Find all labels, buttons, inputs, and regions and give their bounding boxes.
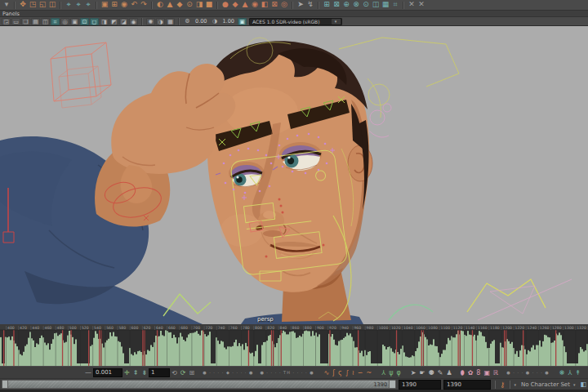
resolution-gate-icon[interactable]: ⊡ <box>80 18 89 25</box>
gate-mask-icon[interactable]: ◻ <box>90 18 99 25</box>
tangent-flat-icon[interactable]: ∫ <box>345 368 349 378</box>
safe-action-icon[interactable]: ◩ <box>109 18 118 25</box>
tangent-clamped-icon[interactable]: ʃ <box>332 368 335 378</box>
select-component-icon[interactable]: ◱ <box>38 0 47 9</box>
playback-end-field[interactable] <box>399 380 441 390</box>
live-surface-icon[interactable]: ⊙ <box>361 0 371 9</box>
make-live-icon[interactable]: ◫ <box>371 0 381 9</box>
range-slider[interactable]: 1390 <box>2 380 396 389</box>
loop-toggle-icon[interactable]: ⟲ <box>172 368 177 378</box>
cluster-icon[interactable]: ◧ <box>260 0 270 9</box>
lattice-icon[interactable]: ⊠ <box>270 0 279 9</box>
close-b-icon[interactable]: ✕ <box>416 0 426 9</box>
tangent-plateau-icon[interactable]: ∽ <box>358 368 363 378</box>
raise-tool-icon[interactable]: ↟ <box>575 368 581 378</box>
range-slider-handle[interactable] <box>389 381 395 388</box>
exposure-value[interactable]: 0.00 <box>195 18 207 24</box>
snap-point-icon[interactable]: ⌖ <box>83 0 93 9</box>
save-scene-icon[interactable]: ◉ <box>119 0 129 9</box>
grid-snap-icon[interactable]: ⊞ <box>189 368 195 378</box>
slider-b-slider[interactable]: ● · · · ● · · · ● <box>506 370 549 375</box>
two-d-pan-zoom-icon[interactable]: ⌗ <box>51 18 60 25</box>
trail-tool-icon[interactable]: ψ <box>389 368 393 378</box>
paint-effects-icon[interactable]: ⊙ <box>185 0 194 9</box>
key-up-icon[interactable]: ⇞ <box>133 368 139 378</box>
ipr-render-icon[interactable]: ▲ <box>165 0 175 9</box>
rigid-body-icon[interactable]: ◆ <box>230 0 240 9</box>
walk-tool-icon[interactable]: ♟ <box>446 368 452 378</box>
anim-end-field[interactable] <box>443 380 491 390</box>
play-tool-icon[interactable]: ➤ <box>296 0 305 9</box>
render-settings-icon[interactable]: ◆ <box>175 0 185 9</box>
key-down-icon[interactable]: ⇟ <box>141 368 147 378</box>
lighting-icon[interactable]: ✺ <box>146 18 155 25</box>
color-management-icon[interactable]: ▣ <box>238 18 247 25</box>
sculpt-icon[interactable]: ◎ <box>279 0 289 9</box>
hash-snap-icon[interactable]: ⌗ <box>390 0 400 9</box>
hypershade-icon[interactable]: ■ <box>204 0 214 9</box>
snap-grid-icon[interactable]: ⌖ <box>64 0 74 9</box>
point-snap-icon[interactable]: ⊕ <box>341 0 351 9</box>
rig-tool-icon[interactable]: ⅄ <box>568 368 572 378</box>
oversampling-icon[interactable]: ◎ <box>60 18 69 25</box>
gamma-value[interactable]: 1.00 <box>222 18 234 24</box>
figure8-tool-icon[interactable]: 8 <box>476 368 480 378</box>
shadows-icon[interactable]: ◑ <box>156 18 165 25</box>
lock-camera-icon[interactable]: ▭ <box>11 18 20 25</box>
auto-keyframe-icon[interactable]: ◧ <box>580 381 586 388</box>
exposure-icon[interactable]: ⚙ <box>183 18 192 25</box>
film-gate-icon[interactable]: ▣ <box>70 18 79 25</box>
tangent-step-icon[interactable]: ≀ <box>352 368 354 378</box>
measure-tool-icon[interactable]: ↯ <box>305 0 315 9</box>
grid-display-icon[interactable]: ⊞ <box>322 0 332 9</box>
construction-history-icon[interactable]: ● <box>220 0 230 9</box>
screen-space-ao-icon[interactable]: ▦ <box>166 18 175 25</box>
character-key-icon[interactable]: ⚷ <box>500 380 506 390</box>
curve-snap-icon[interactable]: ⊠ <box>332 0 341 9</box>
isolate-select-icon[interactable]: ◉ <box>129 18 138 25</box>
r-tool-icon[interactable]: ℝ <box>493 368 498 378</box>
tangent-linear-icon[interactable]: ς <box>338 368 342 378</box>
spray-tool-icon[interactable]: ✎ <box>438 368 443 378</box>
camera-attributes-icon[interactable]: ❏ <box>21 18 30 25</box>
gamma-icon[interactable]: ◑ <box>210 18 219 25</box>
image-plane-icon[interactable]: ◫ <box>41 18 50 25</box>
viewport-3d[interactable]: persp <box>0 26 588 324</box>
select-camera-icon[interactable]: ◲ <box>2 18 11 25</box>
slider-a-slider[interactable]: ● · · · · ◆ · · · · ● <box>203 370 253 375</box>
constrain-icon[interactable]: ◉ <box>250 0 260 9</box>
snap-curve-icon[interactable]: ⌖ <box>74 0 83 9</box>
plane-snap-icon[interactable]: ⊗ <box>351 0 361 9</box>
bloom-tool-icon[interactable]: ❋ <box>559 368 565 378</box>
new-scene-icon[interactable]: ▣ <box>100 0 109 9</box>
foot-tool-icon[interactable]: ✿ <box>468 368 474 378</box>
open-scene-icon[interactable]: ⊞ <box>109 0 119 9</box>
grab-tool-icon[interactable]: ☛ <box>419 368 425 378</box>
bookmark-icon[interactable]: ▤ <box>31 18 40 25</box>
panels-menu[interactable]: Panels <box>2 11 20 17</box>
toon-shader-icon[interactable]: ◨ <box>194 0 204 9</box>
character-set-dropdown[interactable]: No Character Set ▾ <box>519 381 578 388</box>
add-key-icon[interactable]: ✛ <box>124 368 130 378</box>
blob-tool-icon[interactable]: ⬮ <box>461 368 465 378</box>
tangent-auto-icon[interactable]: ~ <box>367 368 372 378</box>
select-object-icon[interactable]: ◳ <box>28 0 38 9</box>
cursor-tool-icon[interactable]: ➤ <box>411 368 416 378</box>
step-field[interactable] <box>149 368 170 377</box>
point-tool-icon[interactable]: ⚉ <box>429 368 434 378</box>
slider-th-slider[interactable]: ● · · · · TH · · · · ● <box>260 370 314 375</box>
redo-icon[interactable]: ↷ <box>139 0 149 9</box>
soft-body-icon[interactable]: ▲ <box>240 0 250 9</box>
time-slider-track[interactable]: 4004204404604805005205405605806006206406… <box>0 324 588 366</box>
close-a-icon[interactable]: ✕ <box>407 0 416 9</box>
time-slider[interactable]: 4004204404604805005205405605806006206406… <box>0 324 588 366</box>
select-hierarchy-icon[interactable]: ✥ <box>18 0 28 9</box>
selection-mask-handle-icon[interactable]: ▾ <box>2 0 11 9</box>
tolerance-field[interactable] <box>93 368 122 377</box>
color-space-dropdown[interactable]: ACES 1.0 SDR-video (sRGB) ▾ <box>249 18 342 25</box>
undo-icon[interactable]: ↶ <box>129 0 139 9</box>
scene-3d[interactable] <box>0 26 588 324</box>
render-view-icon[interactable]: ◐ <box>155 0 165 9</box>
pose-tool-icon[interactable]: ⅄ <box>381 368 385 378</box>
tangent-spline-icon[interactable]: ∿ <box>324 368 330 378</box>
